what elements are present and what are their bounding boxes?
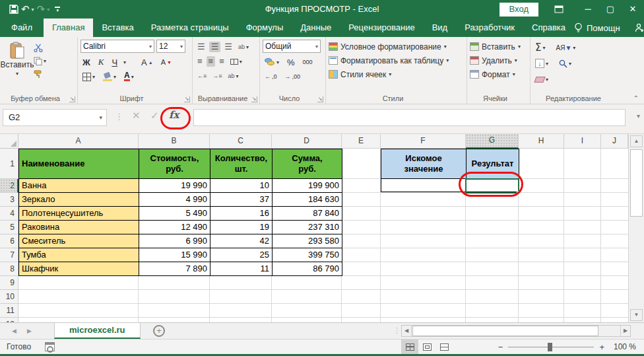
minimize-button[interactable]: ─ xyxy=(577,0,599,18)
orientation-icon[interactable]: ab▾ xyxy=(236,43,251,51)
align-right-icon[interactable]: ≡ xyxy=(217,56,226,67)
row-header-5[interactable]: 5 xyxy=(0,221,18,234)
underline-dropdown-icon[interactable]: ▾ xyxy=(123,59,126,65)
number-dialog-launcher-icon[interactable]: ↘ xyxy=(317,96,323,102)
row-header-10[interactable]: 10 xyxy=(0,290,18,304)
tab-help[interactable]: Справка xyxy=(523,18,574,37)
cell-B7[interactable]: 15 990 xyxy=(139,248,210,262)
cell-A4[interactable]: Полотенцесушитель xyxy=(19,207,139,221)
zoom-out-icon[interactable]: − xyxy=(498,342,503,352)
cell-styles-button[interactable]: Стили ячеек▾ xyxy=(329,67,464,81)
zoom-slider[interactable] xyxy=(508,347,594,347)
column-header-G[interactable]: G xyxy=(466,134,519,149)
tab-view[interactable]: Вид xyxy=(424,18,457,37)
scroll-up-icon[interactable]: ▲ xyxy=(630,135,643,147)
cell-C3[interactable]: 37 xyxy=(210,193,273,207)
cell-A2[interactable]: Ванна xyxy=(19,179,139,193)
copy-button[interactable]: ▾ xyxy=(32,56,48,66)
page-break-view-button[interactable] xyxy=(435,339,453,354)
copy-dropdown-icon[interactable]: ▾ xyxy=(44,58,46,64)
next-sheet-icon[interactable]: ▶ xyxy=(27,328,32,334)
align-left-icon[interactable]: ≡ xyxy=(195,56,205,67)
align-center-icon[interactable]: ≡ xyxy=(207,56,216,67)
delete-cells-button[interactable]: Удалить▾ xyxy=(470,53,527,67)
font-name-select[interactable]: Calibri▾ xyxy=(80,40,154,53)
tab-data[interactable]: Данные xyxy=(292,18,340,37)
row-header-2[interactable]: 2 xyxy=(0,179,18,193)
scroll-down-icon[interactable]: ▼ xyxy=(630,309,643,321)
table-header-C1[interactable]: Количество, шт. xyxy=(210,149,273,179)
increase-decimal-button[interactable]: ←,0 xyxy=(263,73,279,81)
row-header-9[interactable]: 9 xyxy=(0,276,18,290)
row-header-7[interactable]: 7 xyxy=(0,248,18,262)
row-header-4[interactable]: 4 xyxy=(0,207,18,221)
cell-C6[interactable]: 42 xyxy=(210,234,273,248)
zoom-in-icon[interactable]: + xyxy=(599,342,604,352)
increase-font-button[interactable]: А▲ xyxy=(139,57,155,68)
formula-bar-resize-handle[interactable]: ⋮ xyxy=(115,112,123,122)
tab-insert[interactable]: Вставка xyxy=(93,18,142,37)
merge-center-icon[interactable]: ▾ xyxy=(228,58,244,65)
cell-B6[interactable]: 6 990 xyxy=(139,234,210,248)
align-middle-icon[interactable]: ☰ xyxy=(209,42,221,52)
alignment-dialog-launcher-icon[interactable]: ↘ xyxy=(251,96,257,102)
tabs-resize-handle[interactable]: ⋮ xyxy=(393,326,401,335)
cell-C5[interactable]: 19 xyxy=(210,221,273,234)
italic-button[interactable]: К xyxy=(96,56,106,68)
cancel-icon[interactable]: ✕ xyxy=(132,110,141,122)
sort-filter-button[interactable]: АЯ▼▾ xyxy=(554,44,578,52)
align-top-icon[interactable]: ☰ xyxy=(195,42,207,52)
find-select-button[interactable]: ▾ xyxy=(557,59,573,69)
align-bottom-icon[interactable]: ☰ xyxy=(222,42,234,52)
vertical-scroll-thumb[interactable] xyxy=(630,149,643,217)
cell-A8[interactable]: Шкафчик xyxy=(19,262,139,276)
column-header-C[interactable]: C xyxy=(210,134,272,149)
enter-icon[interactable]: ✓ xyxy=(150,110,159,122)
table-header-D1[interactable]: Сумма, руб. xyxy=(273,149,342,179)
cell-C4[interactable]: 16 xyxy=(210,207,273,221)
column-header-A[interactable]: A xyxy=(18,134,139,149)
increase-indent-icon[interactable]: →≡ xyxy=(210,72,224,80)
tab-developer[interactable]: Разработчик xyxy=(456,18,523,37)
tab-home[interactable]: Главная xyxy=(44,18,93,37)
autosum-button[interactable]: Σ▾ xyxy=(533,41,548,54)
column-header-H[interactable]: H xyxy=(519,134,564,149)
format-as-table-button[interactable]: Форматировать как таблицу▾ xyxy=(329,53,464,67)
row-header-11[interactable]: 11 xyxy=(0,304,18,318)
cell-B2[interactable]: 19 990 xyxy=(139,179,210,193)
row-header-3[interactable]: 3 xyxy=(0,193,18,207)
cut-button[interactable] xyxy=(32,43,48,53)
zoom-slider-thumb[interactable] xyxy=(548,343,552,351)
decrease-font-button[interactable]: А▼ xyxy=(159,57,174,67)
clipboard-dialog-launcher-icon[interactable]: ↘ xyxy=(69,96,75,102)
column-header-B[interactable]: B xyxy=(139,134,210,149)
comma-style-button[interactable]: 000 xyxy=(301,58,315,66)
cell-C7[interactable]: 25 xyxy=(210,248,273,262)
cell-C2[interactable]: 10 xyxy=(210,179,273,193)
column-header-I[interactable]: I xyxy=(564,134,601,149)
font-size-select[interactable]: 12▾ xyxy=(156,40,185,53)
cell-B3[interactable]: 4 990 xyxy=(139,193,210,207)
cell-C8[interactable]: 11 xyxy=(210,262,273,276)
scroll-left-icon[interactable]: ◀ xyxy=(402,326,412,336)
cell-D2[interactable]: 199 900 xyxy=(273,179,342,193)
row-header-12[interactable]: 12 xyxy=(0,318,18,322)
share-person-icon[interactable] xyxy=(635,23,644,32)
formula-input[interactable] xyxy=(193,109,626,126)
tab-file[interactable]: Файл xyxy=(0,18,44,37)
column-header-J[interactable]: J xyxy=(601,134,628,149)
cell-B4[interactable]: 5 490 xyxy=(139,207,210,221)
collapse-ribbon-icon[interactable]: ⌃ xyxy=(633,94,639,102)
fill-color-button[interactable]: ▾ xyxy=(101,71,118,82)
page-layout-view-button[interactable] xyxy=(418,339,435,354)
font-dialog-launcher-icon[interactable]: ↘ xyxy=(184,96,190,102)
prev-sheet-icon[interactable]: ◀ xyxy=(12,328,16,334)
table-header-A1[interactable]: Наименование xyxy=(19,149,139,179)
vertical-scrollbar[interactable]: ▲ ▼ xyxy=(628,134,644,322)
column-header-E[interactable]: E xyxy=(342,134,381,149)
cell-D5[interactable]: 237 310 xyxy=(273,221,342,234)
cell-A6[interactable]: Смеситель xyxy=(19,234,139,248)
cell-D6[interactable]: 293 580 xyxy=(273,234,342,248)
paste-dropdown-icon[interactable]: ▾ xyxy=(16,71,18,77)
cell-B8[interactable]: 7 890 xyxy=(139,262,210,276)
